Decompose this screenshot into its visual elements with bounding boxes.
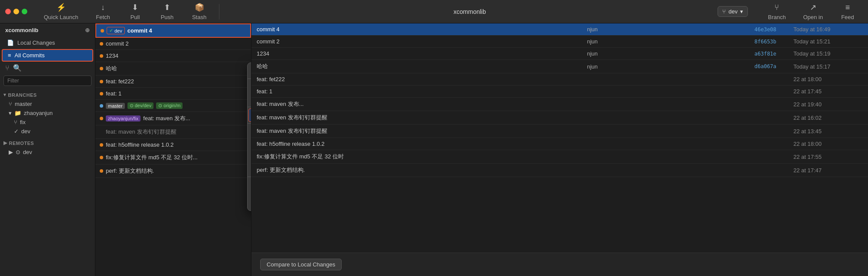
- commit-row-8[interactable]: zhaoyanjun/fix feat: maven 发布...: [95, 112, 251, 125]
- right-commit-row-3[interactable]: 1234 njun a63f81e Today at 15:19: [251, 48, 868, 60]
- menu-item-new-branch[interactable]: New Branch... ⇧ ⌘ B: [248, 80, 251, 93]
- commit-message-3: 1234: [106, 53, 118, 59]
- branch-tool-icon[interactable]: ⑂: [5, 64, 10, 72]
- close-button[interactable]: [5, 9, 11, 14]
- right-commit-row-10[interactable]: feat: h5offline release 1.0.2 22 at 18:0…: [251, 138, 868, 150]
- right-commit-author-3: njun: [587, 50, 750, 57]
- fetch-button[interactable]: ↓ Fetch: [88, 1, 118, 22]
- sidebar-branch-fix[interactable]: ⑂ fix: [0, 118, 95, 127]
- sidebar-section-branches[interactable]: ▾ Branches: [0, 90, 95, 99]
- commit-dot-3: [100, 54, 103, 58]
- open-in-button[interactable]: ↗ Open in: [795, 1, 831, 22]
- sidebar-branch-zhaoyanjun[interactable]: ▾ 📁 zhaoyanjun: [0, 108, 95, 118]
- right-commit-row-12[interactable]: perf: 更新文档结构. 22 at 17:47: [251, 164, 868, 177]
- pull-button[interactable]: ⬇ Pull: [120, 1, 150, 22]
- commit-row-12[interactable]: perf: 更新文档结构.: [95, 164, 251, 178]
- sidebar-remote-dev[interactable]: ▶ ⊙ dev: [0, 148, 95, 157]
- feed-icon: ≡: [845, 3, 850, 12]
- right-commit-row-9[interactable]: feat: maven 发布钉钉群提醒 22 at 13:45: [251, 125, 868, 138]
- branch-master-label: master: [15, 101, 32, 107]
- commit-dot-11: [100, 156, 103, 159]
- right-commit-row-5[interactable]: feat: fet222 22 at 18:00: [251, 73, 868, 85]
- sidebar-item-all-commits[interactable]: ≡ All Commits: [2, 49, 93, 62]
- menu-item-checkout[interactable]: Checkout Commit...: [248, 125, 251, 138]
- commit-message-12: perf: 更新文档结构.: [106, 167, 154, 175]
- compare-local-button[interactable]: Compare to Local Changes: [260, 259, 342, 270]
- minimize-button[interactable]: [13, 9, 19, 14]
- sidebar-add-icon[interactable]: ⊕: [85, 27, 90, 33]
- push-button[interactable]: ⬆ Push: [152, 1, 183, 22]
- commit-dot-2: [100, 42, 103, 46]
- commit-row-6[interactable]: feat: 1: [95, 88, 251, 100]
- right-commit-row-8[interactable]: feat: maven 发布钉钉群提醒 22 at 16:02: [251, 111, 868, 125]
- window-controls: [5, 9, 27, 14]
- stash-button[interactable]: 📦 Stash: [184, 1, 215, 22]
- commit-row-4[interactable]: 哈哈: [95, 62, 251, 76]
- menu-item-revert[interactable]: Revert Commit...: [248, 150, 251, 163]
- right-commit-row-6[interactable]: feat: 1 22 at 17:45: [251, 85, 868, 98]
- origin-badge: ⊙ origin/m: [156, 102, 183, 109]
- commit-row-9[interactable]: feat: maven 发布钉钉群提醒: [95, 125, 251, 139]
- push-icon: ⬆: [164, 3, 170, 12]
- commit-row-1[interactable]: ✓ dev commit 4: [95, 23, 251, 38]
- right-commit-date-1: Today at 16:49: [793, 26, 863, 33]
- right-commit-message-12: perf: 更新文档结构.: [257, 166, 583, 174]
- commit-row-2[interactable]: commit 2: [95, 38, 251, 50]
- commit-message-9: feat: maven 发布钉钉群提醒: [106, 128, 176, 136]
- bottom-bar: Compare to Local Changes: [251, 253, 868, 276]
- right-commit-row-7[interactable]: feat: maven 发布... 22 at 19:40: [251, 98, 868, 111]
- right-commit-row-11[interactable]: fix:修复计算文件 md5 不足 32 位时 22 at 17:55: [251, 150, 868, 164]
- commit-row-7[interactable]: master ⊙ dev/dev ⊙ origin/m: [95, 100, 251, 112]
- right-commit-hash-4: d6a067a: [754, 63, 789, 69]
- right-commit-date-8: 22 at 16:02: [793, 115, 863, 121]
- branch-selector-chevron: ▾: [740, 8, 743, 15]
- right-commit-hash-3: a63f81e: [754, 51, 789, 57]
- sidebar: xcommonlib ⊕ 📄 Local Changes ≡ All Commi…: [0, 23, 95, 276]
- menu-item-new-tag[interactable]: New Tag... ⇧ ⌘ T: [248, 93, 251, 105]
- commit-dot-8: [100, 117, 103, 120]
- right-commit-message-4: 哈哈: [257, 62, 583, 70]
- fetch-icon: ↓: [101, 3, 105, 12]
- menu-item-interactive-rebase[interactable]: Interactive Rebase ▶: [248, 108, 251, 122]
- right-commit-date-11: 22 at 17:55: [793, 154, 863, 160]
- remote-dev-icon: ⊙: [16, 149, 20, 155]
- sidebar-branch-dev[interactable]: ✓ dev: [0, 127, 95, 136]
- quick-launch-button[interactable]: ⚡ Quick Launch: [36, 1, 86, 22]
- branch-selector-icon: ⑂: [722, 8, 726, 15]
- maximize-button[interactable]: [22, 9, 27, 14]
- right-commit-message-1: commit 4: [257, 26, 583, 33]
- sidebar-branch-master[interactable]: ⑂ master: [0, 99, 95, 108]
- branches-chevron-icon: ▾: [3, 92, 7, 98]
- commit-row-3[interactable]: 1234: [95, 50, 251, 62]
- right-commit-row-1[interactable]: commit 4 njun 46e3e08 Today at 16:49: [251, 23, 868, 36]
- feed-button[interactable]: ≡ Feed: [832, 1, 863, 22]
- menu-item-save-patch[interactable]: Save as Patch...: [248, 163, 251, 175]
- commit-row-10[interactable]: feat: h5offline release 1.0.2: [95, 139, 251, 151]
- sidebar-section-remotes[interactable]: ▶ Remotes: [0, 138, 95, 148]
- right-commit-row-2[interactable]: commit 2 njun 8f6653b Today at 15:21: [251, 36, 868, 48]
- sidebar-item-local-changes[interactable]: 📄 Local Changes: [2, 37, 93, 48]
- all-commits-icon: ≡: [8, 52, 11, 59]
- search-tool-icon[interactable]: 🔍: [13, 64, 22, 72]
- menu-item-cherry-pick[interactable]: Cherry-pick Commit...: [248, 138, 251, 150]
- filter-input[interactable]: [3, 76, 91, 86]
- quick-launch-icon: ⚡: [56, 3, 66, 12]
- right-commit-message-9: feat: maven 发布钉钉群提醒: [257, 127, 583, 135]
- branch-button[interactable]: ⑂ Branch: [760, 1, 793, 22]
- menu-item-dev[interactable]: dev ▶: [248, 65, 251, 77]
- sidebar-repo-name: xcommonlib: [5, 27, 39, 33]
- commit-row-11[interactable]: fix:修复计算文件 md5 不足 32 位时...: [95, 151, 251, 164]
- right-commit-hash-2: 8f6653b: [754, 39, 789, 45]
- right-commit-message-7: feat: maven 发布...: [257, 100, 583, 108]
- commit-message-5: feat: fet222: [106, 78, 134, 85]
- commit-row-5[interactable]: feat: fet222: [95, 76, 251, 88]
- right-commit-date-10: 22 at 18:00: [793, 141, 863, 147]
- devdev-badge: ⊙ dev/dev: [127, 102, 154, 109]
- all-commits-label: All Commits: [15, 52, 45, 59]
- branch-selector[interactable]: ⑂ dev ▾: [718, 6, 748, 17]
- commit-dot-10: [100, 143, 103, 147]
- sidebar-tools: ⑂ 🔍: [0, 62, 95, 74]
- menu-item-compare-local[interactable]: Compare to Local Changes: [248, 178, 251, 191]
- commit-dot-12: [100, 169, 103, 173]
- right-commit-row-4[interactable]: 哈哈 njun d6a067a Today at 15:17: [251, 60, 868, 73]
